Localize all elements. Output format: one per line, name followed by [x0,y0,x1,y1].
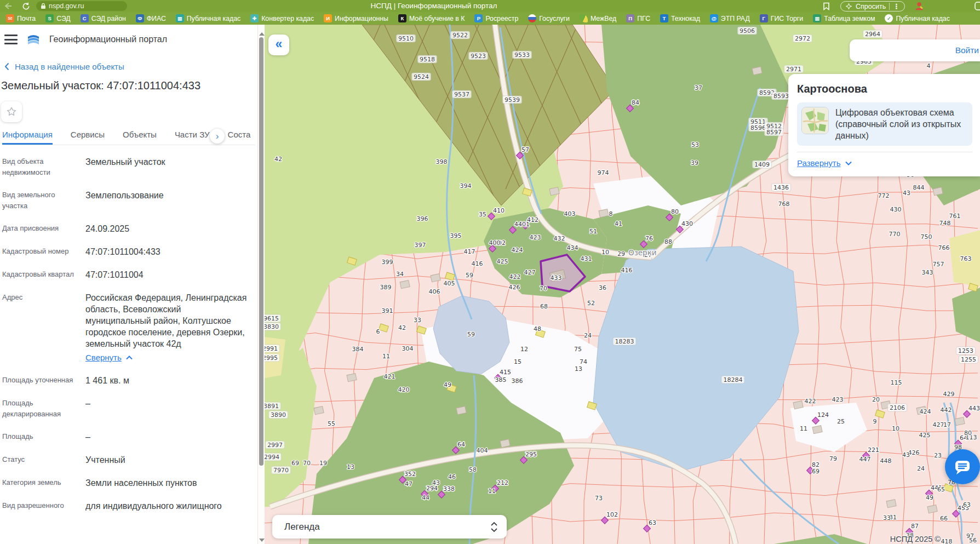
tab-Соста[interactable]: Соста [228,130,251,145]
tab-Объекты[interactable]: Объекты [123,130,157,145]
map-parcel-label: 7970 [273,467,289,474]
tab-scroll-right-button[interactable]: › [210,129,225,144]
bookmark-item[interactable]: SСЭД [41,14,76,22]
map-parcel-label: 10 [892,425,899,432]
sidebar-scrollbar[interactable] [258,25,265,544]
tab-Части ЗУ[interactable]: Части ЗУ [175,130,210,145]
map-parcel-label: 23 [934,452,942,459]
bookmark-item[interactable]: ▦Таблица земком [808,14,880,22]
bookmark-item[interactable]: ✉Почта [1,14,41,22]
map-parcel-label: 3891 [265,403,279,410]
gosuslugi-icon [528,14,536,22]
app-header: Геоинформационный портал [4,32,167,47]
login-button[interactable]: Войти [955,45,980,55]
map-parcel-label: 761 [949,213,961,220]
map-parcel-label: 429 [943,391,955,398]
map-parcel-label: 396 [417,215,428,222]
map-parcel-label: 36 [599,284,606,291]
basemap-panel-title: Картооснова [797,83,972,95]
map-parcel-label: 421 [384,373,396,380]
sidebar-collapse-button[interactable]: « [268,35,289,55]
map-parcel-label: 42 [398,324,406,331]
bookmark-item[interactable]: ▦Публичная кадас [171,14,245,22]
expand-link[interactable]: Развернуть [797,158,972,168]
attribute-row: Кадастровый квартал47:07:1011004 [2,269,249,280]
bookmark-item[interactable]: ГГИС Торги [755,14,808,22]
bookmark-item[interactable]: КМоё обучение в К [393,14,470,22]
bookmark-item[interactable]: ТТехнокад [655,14,705,22]
bookmark-flag-icon[interactable] [823,1,830,12]
map-parcel-label: 9510 [398,35,414,42]
collapse-address-link[interactable]: Свернуть [85,352,249,363]
edge-partial-icon[interactable] [975,1,980,12]
basemap-panel: Картооснова Цифровая объектовая схема (с… [788,74,980,176]
bookmark-item[interactable]: ППГС [621,14,655,22]
bookmark-item[interactable]: МежВед [575,14,621,22]
attribute-value: Учтенный [85,454,249,466]
map-parcel-label: 51 [589,228,597,235]
attribute-row: Дата присвоения24.09.2025 [2,223,249,234]
bookmark-item[interactable]: ✚Конвертер кадас [245,14,319,22]
map-parcel-label: 772 [878,192,890,199]
map-parcel-label: 70 [303,460,311,467]
kebab-menu-icon[interactable]: ⋮ [893,2,900,10]
map-parcel-label: 43 [432,479,440,486]
map-parcel-label: 49 [926,494,933,501]
scrollbar-down-arrow[interactable] [259,539,265,542]
tab-Сервисы[interactable]: Сервисы [71,130,105,145]
reload-icon[interactable] [22,1,30,12]
favorite-button[interactable] [1,101,22,122]
hamburger-menu-icon[interactable] [4,35,18,44]
attribute-label: Кадастровый номер [2,246,77,257]
marker-number: 124 [817,411,829,419]
marker-number: 415 [500,369,511,376]
scrollbar-up-arrow[interactable] [259,32,265,36]
browser-toolbar: nspd.gov.ru НСПД | Геоинформационный пор… [0,0,980,12]
ask-button[interactable]: Спросить ⋮ [840,1,905,12]
building-footprint [400,280,410,289]
basemap-layer-card[interactable]: Цифровая объектовая схема (справочный сл… [797,102,972,146]
attribute-label: Кадастровый квартал [2,269,77,280]
sed-raion-icon: С [81,14,89,22]
building-footprint [886,500,896,508]
chat-button[interactable] [945,449,980,484]
chat-bubble-icon [953,457,972,477]
attribute-value: Российская Федерация, Ленинградская обла… [85,292,249,363]
tab-Информация[interactable]: Информация [2,130,53,145]
map-parcel-label: 12 [520,346,528,353]
bookmark-item[interactable]: Госуслуги [523,14,575,22]
map-parcel-label: 33 [414,317,421,324]
map-parcel-label: 58 [469,466,477,473]
map-parcel-label: 2997 [267,442,283,449]
map-parcel-label: 69 [812,468,819,475]
map-parcel-label: 18283 [615,338,634,345]
marker-number: 84 [632,99,639,106]
marker-number: 63 [649,519,656,526]
bookmark-label: Почта [17,15,36,22]
marker-number: 57 [521,146,529,153]
back-icon[interactable] [3,1,12,12]
bookmark-item[interactable]: РРосреестр [469,14,523,22]
bookmark-item[interactable]: @ЭТП РАД [705,14,755,22]
attribute-row: Вид разрешенногодля индивидуального жили… [2,500,249,512]
bookmark-item[interactable]: ФФИАС [131,14,171,22]
map-parcel-label: 406 [429,288,440,295]
selected-parcel-label: 433 [551,274,562,282]
bookmark-item[interactable]: ✓Публичная кадас [880,14,954,22]
scrollbar-thumb[interactable] [259,37,263,466]
url-bar[interactable]: nspd.gov.ru [36,1,127,11]
search-login-bar[interactable]: Войти [850,39,980,61]
map-parcel-label: 9518 [420,56,435,63]
attribute-value: 1 461 кв. м [85,375,249,386]
bookmark-item[interactable]: ИИнформационны [319,14,393,22]
bookmark-item[interactable]: ССЭД район [76,14,131,22]
map-parcel-label: 15 [514,358,521,365]
back-to-results-link[interactable]: Назад в найденные объекты [4,62,124,71]
marker-number: 4401 [514,221,530,228]
map-parcel-label: 423 [530,234,541,241]
bookmark-label: СЭД [56,15,71,22]
legend-bar[interactable]: Легенда [272,515,507,539]
map-parcel-label: 1253 [958,347,973,354]
map-parcel-label: 757 [933,261,944,268]
avatar[interactable] [914,1,925,12]
